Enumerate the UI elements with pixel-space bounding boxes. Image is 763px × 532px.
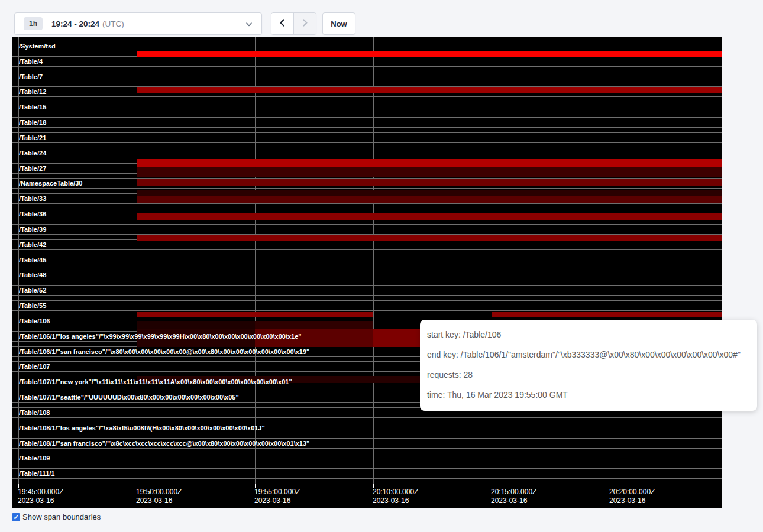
axis-time-label: 19:55:00.000Z2023-03-16 [254,488,300,505]
row-label: /Table/7 [19,73,43,80]
axis-time-label: 19:50:00.000Z2023-03-16 [136,488,182,505]
span-boundary-line [12,255,722,255]
span-boundary-line [12,300,722,301]
span-boundary-line [12,41,722,41]
span-boundary-line [12,280,722,280]
heat-band[interactable] [137,87,722,93]
row-label: /NamespaceTable/30 [19,180,82,187]
span-boundary-line [12,295,722,296]
next-range-button[interactable] [293,13,316,34]
prev-range-button[interactable] [271,13,293,34]
row-label: /Table/106 [19,317,50,325]
range-text: 19:24 - 20:24 [51,20,99,28]
axis-tick [492,484,492,488]
chevron-down-icon [245,20,253,28]
span-boundary-line [12,117,722,118]
heat-band[interactable] [137,235,722,241]
axis-time-label: 20:20:00.000Z2023-03-16 [609,488,655,505]
vertical-gridline [492,37,492,484]
heat-band[interactable] [255,321,373,329]
span-boundary-line [12,203,722,204]
span-boundary-line [12,423,722,423]
heat-band[interactable] [610,312,722,317]
heat-band[interactable] [137,213,722,220]
axis-time-label: 20:15:00.000Z2023-03-16 [491,488,536,505]
row-label: /Table/107 [19,363,50,370]
span-boundary-line [12,102,722,102]
row-label: /System/tsd [19,43,56,50]
span-boundary-line [12,433,722,433]
heat-band[interactable] [137,190,722,196]
span-boundary-line [12,148,722,148]
span-boundary-line [12,142,722,143]
span-boundary-line [12,127,722,128]
row-label: /Table/24 [19,150,46,157]
row-label: /Table/55 [19,302,46,309]
heat-band[interactable] [137,167,722,177]
show-span-boundaries-checkbox[interactable]: ✓ [12,513,20,521]
timezone-text: (UTC) [102,20,124,28]
heat-band[interactable] [137,321,255,329]
row-label: /Table/21 [19,134,46,141]
span-boundary-line [12,310,722,311]
row-label: /Table/108 [19,409,50,416]
axis-time-label: 19:45:00.000Z2023-03-16 [18,488,63,505]
span-boundary-line [12,285,722,286]
span-boundary-line [12,417,722,418]
row-label: /Table/106/1/"san francisco"/"\x80\x00\x… [19,348,309,355]
span-boundary-line [12,224,722,225]
key-visualizer-page: 1h 19:24 - 20:24 (UTC) Now /System/tsd/T… [0,0,763,532]
heat-band[interactable] [137,312,255,317]
hover-tooltip: start key: /Table/106 end key: /Table/10… [420,320,757,411]
span-boundary-line [12,158,722,158]
tooltip-time: time: Thu, 16 Mar 2023 19:55:00 GMT [427,385,750,405]
span-boundary-line [12,209,722,209]
row-label: /Table/33 [19,195,46,202]
row-label: /Table/42 [19,241,46,248]
span-boundary-line [12,112,722,112]
vertical-gridline [373,37,374,484]
span-boundary-line [12,265,722,265]
heat-band[interactable] [255,312,373,317]
show-span-boundaries-control[interactable]: ✓ Show span boundaries [12,512,101,521]
row-label: /Table/15 [19,103,46,111]
row-label: /Table/107/1/"new york"/"\x11\x11\x11\x1… [19,378,292,385]
span-boundary-line [12,438,722,439]
chevron-right-icon [300,18,309,29]
heat-band[interactable] [137,179,722,186]
span-boundary-line [12,453,722,453]
axis-tick [255,484,256,488]
heat-band[interactable] [137,51,722,57]
span-boundary-line [12,478,722,479]
row-label: /Table/52 [19,287,46,294]
heat-band[interactable] [137,159,722,167]
axis-time-label: 20:10:00.000Z2023-03-16 [373,488,418,505]
chevron-left-icon [278,18,287,29]
span-boundary-line [12,66,722,67]
key-visualizer-canvas[interactable]: /System/tsd/Table/4/Table/7/Table/12/Tab… [12,37,722,508]
row-label: /Table/107/1/"seattle"/"UUUUUUD\x00\x80\… [19,394,239,401]
heat-band[interactable] [137,196,722,203]
time-range-select[interactable]: 1h 19:24 - 20:24 (UTC) [14,12,262,35]
row-label: /Table/4 [19,58,43,65]
axis-tick [610,484,610,488]
row-label: /Table/18 [19,119,46,126]
range-duration-badge: 1h [24,17,43,30]
row-label: /Table/108/1/"san francisco"/"\x8c\xcc\x… [19,440,309,447]
span-boundary-line [12,72,722,72]
show-span-boundaries-label: Show span boundaries [22,512,101,521]
range-nav-group [271,12,316,35]
now-button[interactable]: Now [322,12,355,35]
row-label: /Table/39 [19,226,46,233]
heat-band[interactable] [492,312,610,317]
span-boundary-line [12,484,722,484]
row-label: /Table/36 [19,210,46,218]
row-label: /Table/106/1/"los angeles"/"\x99\x99\x99… [19,333,302,340]
span-boundary-line [12,96,722,97]
axis-tick [373,484,374,488]
row-label: /Table/27 [19,165,46,172]
tooltip-start-key: start key: /Table/106 [427,325,750,345]
toolbar: 1h 19:24 - 20:24 (UTC) Now [0,0,763,37]
row-label: /Table/45 [19,257,46,264]
span-boundary-line [12,249,722,250]
